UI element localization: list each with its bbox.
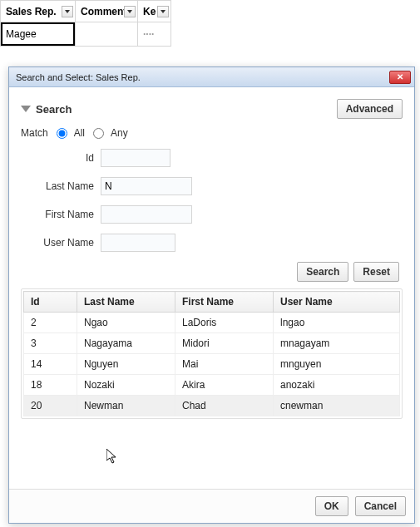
dropdown-icon[interactable] xyxy=(62,6,73,17)
close-icon: ✕ xyxy=(397,72,403,81)
table-row[interactable]: 2 Ngao LaDoris lngao xyxy=(24,313,400,333)
search-select-dialog: Search and Select: Sales Rep. ✕ Search A… xyxy=(8,66,415,524)
match-any-label: Any xyxy=(111,127,128,139)
reset-button[interactable]: Reset xyxy=(353,262,399,282)
close-button[interactable]: ✕ xyxy=(389,71,411,84)
sales-rep-cell-input[interactable] xyxy=(1,22,75,46)
first-name-label: First Name xyxy=(21,209,101,220)
cancel-button[interactable]: Cancel xyxy=(355,496,406,516)
col-last-name[interactable]: Last Name xyxy=(77,292,175,313)
first-name-input[interactable] xyxy=(101,205,192,224)
results-table: Id Last Name First Name User Name 2 Ngao… xyxy=(23,291,400,416)
dropdown-icon[interactable] xyxy=(157,6,169,17)
results-panel: Id Last Name First Name User Name 2 Ngao… xyxy=(21,288,403,419)
disclosure-triangle-icon xyxy=(21,106,31,112)
table-row[interactable]: 3 Nagayama Midori mnagayam xyxy=(24,333,400,354)
table-row[interactable]: 18 Nozaki Akira anozaki xyxy=(24,375,400,396)
user-name-label: User Name xyxy=(21,237,101,249)
col-ke[interactable]: Ke xyxy=(138,1,171,22)
search-button[interactable]: Search xyxy=(297,262,348,282)
dialog-body: Search Advanced Match All Any Id Last Na… xyxy=(9,87,414,489)
mouse-cursor-icon xyxy=(106,449,120,465)
col-user-name[interactable]: User Name xyxy=(274,292,400,313)
last-name-label: Last Name xyxy=(21,180,101,192)
background-grid: Sales Rep. Comments Ke ···· xyxy=(0,0,171,47)
comments-cell[interactable] xyxy=(76,22,138,47)
match-any-radio[interactable] xyxy=(93,128,104,139)
user-name-input[interactable] xyxy=(101,234,175,252)
last-name-input[interactable] xyxy=(101,177,192,195)
search-disclosure[interactable]: Search xyxy=(21,103,72,116)
match-all-radio[interactable] xyxy=(57,128,67,139)
ok-button[interactable]: OK xyxy=(315,496,348,516)
match-label: Match xyxy=(21,127,48,139)
match-all-label: All xyxy=(74,127,85,139)
col-comments[interactable]: Comments xyxy=(76,1,138,22)
table-row[interactable]: 20 Newman Chad cnewman xyxy=(24,396,400,416)
search-section-label: Search xyxy=(36,103,72,116)
id-label: Id xyxy=(21,152,101,164)
col-sales-rep-label: Sales Rep. xyxy=(6,6,57,17)
col-ke-label: Ke xyxy=(143,6,156,17)
id-input[interactable] xyxy=(101,149,170,167)
dialog-footer: OK Cancel xyxy=(9,489,414,523)
dropdown-icon[interactable] xyxy=(124,6,136,17)
svg-marker-0 xyxy=(106,449,116,463)
dialog-titlebar[interactable]: Search and Select: Sales Rep. ✕ xyxy=(9,67,414,87)
ke-cell[interactable]: ···· xyxy=(138,22,171,47)
match-row: Match All Any xyxy=(21,127,403,139)
col-sales-rep[interactable]: Sales Rep. xyxy=(1,1,76,22)
table-row[interactable]: 14 Nguyen Mai mnguyen xyxy=(24,354,400,375)
advanced-button[interactable]: Advanced xyxy=(337,99,403,119)
col-id[interactable]: Id xyxy=(24,292,77,313)
col-first-name[interactable]: First Name xyxy=(175,292,274,313)
dialog-title: Search and Select: Sales Rep. xyxy=(16,72,389,82)
